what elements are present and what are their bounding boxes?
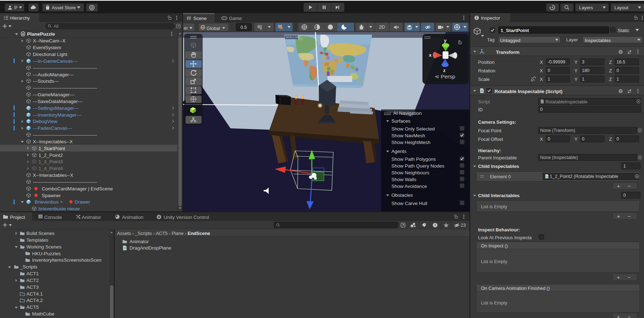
- svg-text:#: #: [546, 175, 548, 178]
- svg-text:#: #: [481, 89, 483, 93]
- svg-text:?: ?: [620, 89, 622, 93]
- svg-text:Y: Y: [260, 27, 262, 30]
- svg-text:z: z: [443, 68, 446, 73]
- svg-text:WORLD MAP: WORLD MAP: [286, 36, 300, 39]
- svg-text:y: y: [444, 38, 447, 43]
- svg-text:x: x: [429, 52, 432, 58]
- svg-text:?: ?: [620, 50, 622, 53]
- svg-text:#: #: [124, 246, 126, 250]
